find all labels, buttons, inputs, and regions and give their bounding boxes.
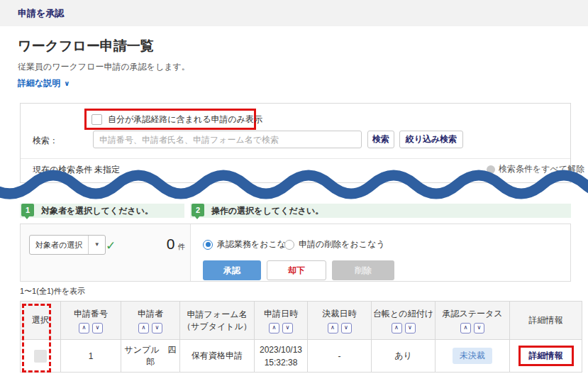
step-1-bar: 1 対象者を選択してください。 xyxy=(20,204,184,218)
sort-desc-button[interactable]: ∨ xyxy=(282,323,293,333)
row-approval-status: 未決裁 xyxy=(436,340,510,373)
filter-search-button[interactable]: 絞り込み検索 xyxy=(399,131,463,148)
sort-desc-button[interactable]: ∨ xyxy=(474,323,484,333)
sort-desc-button[interactable]: ∨ xyxy=(405,323,416,333)
row-applied-time: 15:32:38 xyxy=(256,356,306,369)
topbar: 申請を承認 xyxy=(0,0,588,26)
result-summary: 1〜1(全1)件を表示 xyxy=(20,286,85,297)
row-request-number: 1 xyxy=(61,340,121,373)
workflow-approval-page: 申請を承認 ワークフロー申請一覧 従業員のワークフロー申請の承認をします。 詳細… xyxy=(0,0,588,386)
sort-asc-button[interactable]: ∧ xyxy=(79,323,89,333)
row-detail-info: 詳細情報 xyxy=(510,340,582,373)
row-applied-at: 2023/10/13 15:32:38 xyxy=(255,340,308,373)
row-ledger-link: あり xyxy=(372,340,436,373)
step-1-number-badge: 1 xyxy=(21,204,34,216)
chevron-down-icon: ∨ xyxy=(64,79,70,87)
table-header-row: 選択 申請番号 ∧ ∨ 申請者 ∧ ∨ 申請フォ xyxy=(21,302,582,340)
only-my-approval-route-checkbox[interactable] xyxy=(91,114,102,125)
step-2-number-badge: 2 xyxy=(192,204,204,216)
column-header-select: 選択 xyxy=(21,302,61,340)
step-2-bar: 2 操作の選択をしてください。 xyxy=(190,204,571,218)
approve-button[interactable]: 承認 xyxy=(203,260,261,280)
column-header-form-name: 申請フォーム名（サブタイトル） xyxy=(180,302,255,340)
radio-approve-label: 承認業務をおこなう xyxy=(217,238,294,250)
column-header-ledger-link: 台帳との紐付け ∧ ∨ xyxy=(372,302,436,340)
reject-button[interactable]: 却下 xyxy=(267,260,326,280)
selected-count: 0 件 xyxy=(148,236,185,253)
step-1-label: 対象者を選択してください。 xyxy=(41,206,153,216)
current-condition-value: 未指定 xyxy=(94,164,120,176)
sort-desc-button[interactable]: ∨ xyxy=(341,323,352,333)
detail-description-label: 詳細な説明 xyxy=(18,78,60,88)
action-panel: 対象者の選択 ▼ ✓ 0 件 承認業務をおこなう 申請の削除をおこなう 承認 却… xyxy=(20,224,571,282)
selected-count-value: 0 xyxy=(167,236,175,252)
row-select-cell xyxy=(21,340,61,373)
sort-asc-button[interactable]: ∧ xyxy=(269,323,279,333)
panel-divider xyxy=(21,158,570,159)
target-selection-dropdown[interactable]: 対象者の選択 ▼ xyxy=(29,235,106,255)
row-applied-date: 2023/10/13 xyxy=(256,343,306,356)
step-2-label: 操作の選択をしてください。 xyxy=(211,206,323,216)
detail-description-link[interactable]: 詳細な説明∨ xyxy=(18,77,70,89)
target-selection-dropdown-label: 対象者の選択 xyxy=(30,236,88,254)
clear-conditions-icon xyxy=(487,165,495,174)
table-row: 1 サンプル 四郎 保有資格申請 2023/10/13 15:32:38 - あ… xyxy=(21,340,582,373)
clear-all-conditions-link[interactable]: 検索条件をすべて解除 xyxy=(487,163,584,175)
sort-desc-button[interactable]: ∨ xyxy=(92,323,103,333)
sort-desc-button[interactable]: ∨ xyxy=(152,323,162,333)
column-header-applied-at: 申請日時 ∧ ∨ xyxy=(255,302,308,340)
current-condition-label: 現在の検索条件： xyxy=(33,164,101,176)
row-applicant: サンプル 四郎 xyxy=(121,340,180,373)
selected-count-unit: 件 xyxy=(178,243,185,250)
radio-selected-icon[interactable] xyxy=(203,240,213,250)
detail-info-link[interactable]: 詳細情報 xyxy=(529,351,563,360)
radio-approve-operation[interactable]: 承認業務をおこなう xyxy=(203,238,294,250)
radio-delete-operation[interactable]: 申請の削除をおこなう xyxy=(284,238,385,250)
search-input[interactable] xyxy=(93,131,362,148)
column-header-decided-at: 決裁日時 ∧ ∨ xyxy=(308,302,372,340)
page-title: ワークフロー申請一覧 xyxy=(18,37,154,55)
page-subtitle: 従業員のワークフロー申請の承認をします。 xyxy=(18,61,190,73)
checkmark-icon: ✓ xyxy=(106,238,116,253)
column-header-applicant: 申請者 ∧ ∨ xyxy=(121,302,180,340)
row-decided-at: - xyxy=(308,340,372,373)
annotation-detail-info-highlight: 詳細情報 xyxy=(518,346,574,366)
column-header-request-number: 申請番号 ∧ ∨ xyxy=(61,302,121,340)
column-header-approval-status: 承認ステータス ∧ ∨ xyxy=(436,302,510,340)
request-table: 選択 申請番号 ∧ ∨ 申請者 ∧ ∨ 申請フォ xyxy=(20,301,582,373)
target-selection-section: 対象者の選択 ▼ ✓ 0 件 xyxy=(21,224,191,281)
row-select-checkbox[interactable] xyxy=(34,350,47,363)
only-my-approval-route-label: 自分が承認経路に含まれる申請のみ表示 xyxy=(108,114,262,126)
sort-asc-button[interactable]: ∧ xyxy=(392,323,402,333)
sort-asc-button[interactable]: ∧ xyxy=(328,323,338,333)
topbar-title: 申請を承認 xyxy=(18,7,64,20)
search-panel: 自分が承認経路に含まれる申請のみ表示 検索： 検索 絞り込み検索 現在の検索条件… xyxy=(20,103,571,183)
row-form-name: 保有資格申請 xyxy=(180,340,255,373)
delete-button[interactable]: 削除 xyxy=(332,260,394,280)
sort-asc-button[interactable]: ∧ xyxy=(460,323,471,333)
sort-asc-button[interactable]: ∧ xyxy=(138,323,149,333)
search-label: 検索： xyxy=(33,135,58,147)
radio-unselected-icon[interactable] xyxy=(284,240,294,250)
search-button[interactable]: 検索 xyxy=(367,131,394,148)
radio-delete-label: 申請の削除をおこなう xyxy=(299,238,385,250)
clear-conditions-label: 検索条件をすべて解除 xyxy=(499,163,584,175)
annotation-checkbox-highlight: 自分が承認経路に含まれる申請のみ表示 xyxy=(84,109,256,130)
status-badge: 未決裁 xyxy=(453,348,492,364)
dropdown-arrow-icon[interactable]: ▼ xyxy=(88,236,105,254)
column-header-detail-info: 詳細情報 xyxy=(510,302,582,340)
